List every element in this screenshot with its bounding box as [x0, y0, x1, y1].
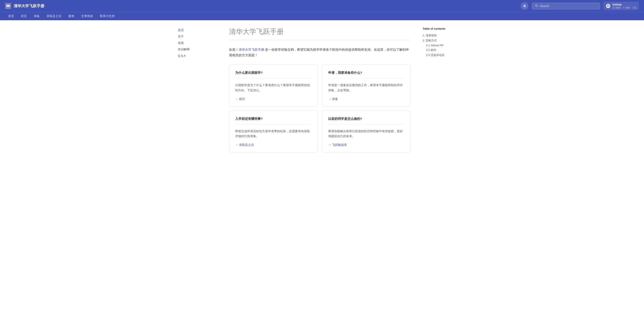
github-forks-stat: ⑂ 21	[632, 6, 636, 9]
toc-item-1[interactable]: 1. 读者须知	[423, 33, 466, 38]
github-stars-stat: ☆ 329	[623, 6, 629, 9]
sidebar-item-glossary[interactable]: 名词解释	[178, 46, 216, 53]
card-prepare: 申请，我要准备些什么? 申请是一项复杂且繁琐的工作，希望本手册能帮助你早作准备、…	[322, 64, 411, 106]
card-admission: 入学前还有哪些事? 即使完成申请流程也不是申请季的结束，还需要等待录取并做好行前…	[229, 111, 318, 152]
table-of-contents: Table of contents 1. 读者须知 2. 贡献方式 2.1 Gi…	[419, 27, 466, 152]
welcome-paragraph: 欢迎！清华大学飞跃手册 是一份留学经验文档，希望它能为留学申请各个阶段中的你提供…	[229, 47, 411, 58]
card-admission-link[interactable]: → 录取及之后	[235, 143, 312, 147]
github-year: 2023	[616, 6, 620, 9]
toc-item-2-2[interactable]: 2.2 邮件	[423, 48, 466, 53]
card-database: 以前的同学是怎么做的? 希望你能够从前辈们讲述的经历和经验中有所收获，更好地规划…	[322, 111, 411, 152]
sidebar-item-qa[interactable]: Q & A	[178, 53, 216, 59]
logo-icon: 📖	[5, 3, 11, 9]
github-year-stat: 🏷 2023	[612, 6, 620, 9]
sidebar-item-links[interactable]: 友链	[178, 40, 216, 46]
sidebar: 首页 关于 友链 名词解释 Q & A	[178, 27, 220, 152]
card-preface-desc: 出国留学是为了什么？要考虑什么？希望本手册能帮你找到方向、下定决心。	[235, 83, 312, 93]
svg-point-0	[524, 5, 526, 7]
svg-point-1	[536, 5, 537, 6]
toc-item-2[interactable]: 2. 贡献方式	[423, 38, 466, 43]
card-preface-title: 为什么要出国留学?	[235, 71, 312, 78]
nav-item-admission[interactable]: 录取及之后	[44, 12, 64, 20]
toc-item-2-3[interactable]: 2.3 页面评论区	[423, 53, 466, 58]
card-database-link[interactable]: → 飞跃数据库	[328, 143, 404, 147]
card-database-title: 以前的同学是怎么做的?	[328, 117, 404, 124]
toc-item-2-1[interactable]: 2.1 Github PR	[423, 43, 466, 48]
welcome-text-before: 欢迎！	[229, 48, 238, 52]
fork-icon: ⑂	[632, 6, 633, 9]
nav-item-articles[interactable]: 文章阅读	[78, 12, 96, 20]
search-bar[interactable]: Search	[532, 3, 600, 10]
card-database-desc: 希望你能够从前辈们讲述的经历和经验中有所收获，更好地规划自己的未来。	[328, 129, 404, 139]
main-content: 清华大学飞跃手册 欢迎！清华大学飞跃手册 是一份留学经验文档，希望它能为留学申请…	[220, 27, 419, 152]
github-info: GitHub 🏷 2023 ☆ 329 ⑂ 21	[612, 3, 636, 9]
cards-grid: 为什么要出国留学? 出国留学是为了什么？要考虑什么？希望本手册能帮你找到方向、下…	[229, 64, 411, 152]
card-prepare-link[interactable]: → 准备	[328, 97, 404, 101]
nav-item-preface[interactable]: 前言	[18, 12, 30, 20]
nav-item-prepare[interactable]: 准备	[31, 12, 43, 20]
site-title: 清华大学飞跃手册	[14, 4, 44, 8]
github-forks: 21	[634, 6, 636, 9]
nav-item-cases[interactable]: 案例	[65, 12, 77, 20]
svg-line-2	[537, 6, 538, 7]
sidebar-item-home[interactable]: 首页	[178, 27, 216, 34]
site-header: 📖 清华大学飞跃手册 Search GitHub 🏷	[0, 0, 644, 12]
theme-icon	[523, 4, 526, 8]
card-admission-title: 入学前还有哪些事?	[235, 117, 312, 124]
nav-item-home[interactable]: 首页	[5, 12, 17, 20]
github-stats: 🏷 2023 ☆ 329 ⑂ 21	[612, 6, 636, 9]
card-preface-link[interactable]: → 前言	[235, 97, 312, 101]
search-icon	[535, 4, 538, 8]
page-title: 清华大学飞跃手册	[229, 27, 411, 40]
toc-title: Table of contents	[423, 27, 466, 30]
card-admission-desc: 即使完成申请流程也不是申请季的结束，还需要等待录取并做好行前准备。	[235, 129, 312, 139]
nav-item-contact[interactable]: 联系与支持	[97, 12, 118, 20]
github-stars: 329	[626, 6, 629, 9]
theme-toggle-button[interactable]	[521, 2, 528, 10]
star-icon: ☆	[623, 6, 625, 9]
tag-icon: 🏷	[612, 6, 615, 9]
search-placeholder: Search	[540, 4, 597, 8]
main-container: 首页 关于 友链 名词解释 Q & A 清华大学飞跃手册 欢迎！清华大学飞跃手册…	[173, 20, 471, 159]
github-link[interactable]: GitHub 🏷 2023 ☆ 329 ⑂ 21	[604, 2, 639, 10]
sidebar-item-about[interactable]: 关于	[178, 34, 216, 40]
main-navbar: 首页 前言 准备 录取及之后 案例 文章阅读 联系与支持	[0, 12, 644, 20]
site-logo-link[interactable]: 📖 清华大学飞跃手册	[5, 3, 44, 9]
github-label: GitHub	[612, 3, 636, 6]
github-icon	[606, 4, 610, 8]
card-preface: 为什么要出国留学? 出国留学是为了什么？要考虑什么？希望本手册能帮你找到方向、下…	[229, 64, 318, 106]
card-prepare-title: 申请，我要准备些什么?	[328, 71, 404, 78]
card-prepare-desc: 申请是一项复杂且繁琐的工作，希望本手册能帮助你早作准备、少走弯路。	[328, 83, 404, 93]
welcome-handbook-link[interactable]: 清华大学飞跃手册	[238, 48, 264, 52]
